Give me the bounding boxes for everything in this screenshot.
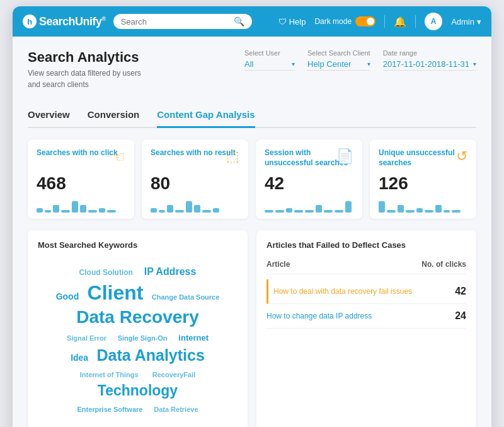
search-input[interactable]	[121, 17, 230, 26]
bar	[335, 210, 343, 213]
user-filter-label: Select User	[244, 49, 295, 57]
admin-label[interactable]: Admin ▾	[451, 17, 481, 26]
article-name-0: How to deal with data recovery fail issu…	[273, 286, 441, 297]
bar	[159, 210, 165, 213]
bar	[80, 205, 86, 213]
bar	[345, 201, 352, 213]
metric-value-0: 468	[37, 173, 125, 194]
word-cloud-item: Data Analytics	[96, 345, 204, 366]
wc-line: Good Client Change Data Source	[56, 280, 220, 307]
wc-line: Idea Data Analytics	[71, 345, 205, 366]
metric-card-unsuccessful: Session with unsuccessful searches 📄 42	[256, 139, 362, 219]
bar	[398, 205, 404, 213]
bar	[37, 208, 43, 213]
metric-card-unique: Unique unsuccessful searches ↺ 126	[370, 139, 476, 219]
article-clicks-0: 42	[447, 286, 466, 297]
date-filter-value: 2017-11-01-2018-11-31	[383, 59, 469, 69]
article-clicks-1: 24	[447, 310, 466, 322]
date-filter-select[interactable]: 2017-11-01-2018-11-31 ▾	[383, 59, 476, 71]
wc-line: Enterprise Software Data Retrieve	[77, 401, 198, 417]
word-cloud-item: Enterprise Software	[77, 405, 142, 414]
user-filter-select[interactable]: All ▾	[244, 59, 295, 71]
page-title: Search Analytics	[28, 49, 141, 66]
search-bar[interactable]: 🔍	[113, 14, 252, 29]
word-cloud: Cloud Solution IP Address Good Client Ch…	[38, 257, 238, 423]
bar	[444, 210, 450, 213]
bar	[167, 205, 173, 213]
dark-mode-label: Dark mode	[314, 17, 352, 26]
bar	[305, 210, 314, 213]
client-filter-label: Select Search Client	[307, 49, 370, 57]
tab-overview[interactable]: Overview	[28, 109, 70, 128]
dark-mode-toggle[interactable]: Dark mode	[314, 16, 375, 26]
bar	[151, 208, 157, 213]
articles-table: Article No. of clicks How to deal with d…	[266, 257, 466, 329]
bell-icon[interactable]: 🔔	[394, 16, 406, 28]
admin-caret: ▾	[477, 17, 481, 26]
word-cloud-item: Cloud Solution	[79, 268, 133, 278]
metric-icon-1: ⬚	[226, 148, 239, 165]
metric-value-1: 80	[151, 173, 239, 194]
logo-text: SearchUnify®	[39, 15, 106, 28]
bar	[175, 210, 184, 213]
metric-value-2: 42	[265, 173, 353, 194]
bar	[194, 205, 200, 213]
bar	[406, 210, 415, 213]
word-cloud-item: Idea	[71, 352, 88, 363]
articles-card: Articles that Failed to Deflect Cases Ar…	[256, 230, 476, 427]
wc-line: Cloud Solution IP Address	[79, 264, 197, 280]
navbar-right: 🛡 Help Dark mode 🔔 A Admin ▾	[278, 13, 481, 30]
tab-conversion[interactable]: Conversion	[88, 109, 140, 128]
tabs-row: Overview Conversion Content Gap Analysis	[28, 109, 476, 128]
word-cloud-item: Signal Error	[67, 334, 106, 342]
bar	[294, 210, 303, 213]
mini-bars-0	[37, 199, 125, 213]
tab-content-gap[interactable]: Content Gap Analysis	[157, 109, 255, 128]
articles-card-title: Articles that Failed to Deflect Cases	[266, 240, 466, 250]
user-filter-caret: ▾	[292, 61, 295, 67]
bar	[387, 210, 396, 213]
logo-circle-letter: h	[27, 17, 32, 26]
navbar: h SearchUnify® 🔍 🛡 Help Dark mode 🔔 A Ad…	[13, 6, 491, 37]
wc-line: Data Recovery	[76, 306, 199, 329]
bar	[45, 210, 51, 213]
date-filter-label: Date range	[383, 49, 476, 57]
word-cloud-item: internet	[178, 333, 209, 344]
metric-icon-0: ☜	[112, 148, 125, 166]
bar	[452, 210, 461, 213]
word-cloud-item: Technology	[98, 382, 178, 401]
word-cloud-item: Single Sign-On	[118, 334, 168, 342]
word-cloud-card: Most Searched Keywords Cloud Solution IP…	[28, 230, 248, 427]
bar	[324, 210, 333, 213]
client-filter-value: Help Center	[307, 59, 351, 69]
metric-value-3: 126	[379, 173, 467, 194]
word-cloud-item: Change Data Source	[152, 293, 220, 301]
bar	[213, 208, 219, 213]
bar	[202, 210, 211, 213]
client-filter-select[interactable]: Help Center ▾	[307, 59, 370, 71]
wc-line: Signal Error Single Sign-On internet	[67, 329, 209, 346]
mini-bars-2	[265, 199, 353, 213]
metric-title-3: Unique unsuccessful searches	[379, 148, 467, 168]
col-article: Article	[266, 260, 290, 269]
word-cloud-item: Good	[56, 291, 79, 302]
admin-name: Admin	[451, 17, 474, 26]
word-cloud-item: Data Retrieve	[154, 405, 198, 414]
metric-card-no-click: Searches with no click ☜ 468	[28, 139, 134, 219]
toggle-pill[interactable]	[355, 16, 375, 26]
word-cloud-item: IP Address	[144, 266, 197, 279]
bar	[316, 205, 322, 213]
filter-client: Select Search Client Help Center ▾	[307, 49, 370, 71]
admin-avatar[interactable]: A	[425, 13, 442, 30]
bar	[379, 201, 385, 213]
bar	[265, 210, 273, 213]
help-button[interactable]: 🛡 Help	[278, 17, 306, 26]
wc-line: Technology	[98, 382, 178, 401]
date-filter-caret: ▾	[473, 61, 476, 67]
bar	[61, 210, 70, 213]
filter-user: Select User All ▾	[244, 49, 295, 71]
table-row: How to deal with data recovery fail issu…	[266, 279, 466, 304]
word-cloud-item: Data Recovery	[76, 306, 199, 329]
bar	[88, 210, 97, 213]
bar	[53, 205, 59, 213]
